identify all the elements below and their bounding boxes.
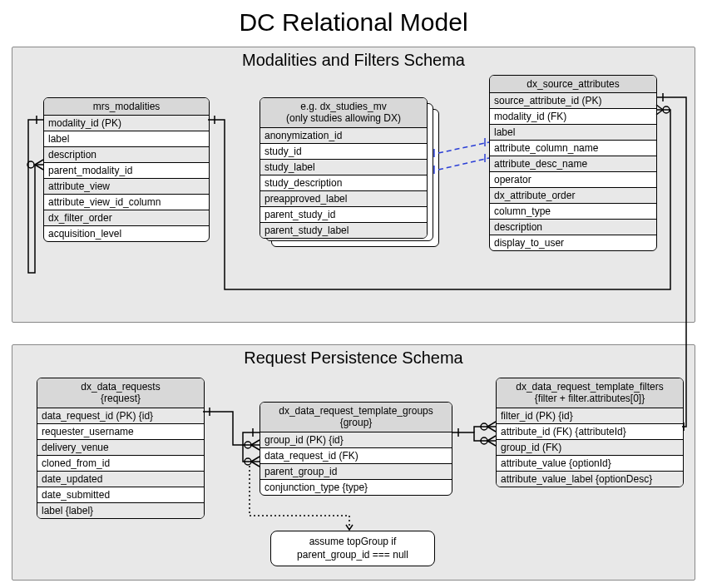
entity-row: study_label	[260, 160, 427, 175]
entity-row: study_id	[260, 144, 427, 160]
entity-row: acquisition_level	[44, 226, 209, 241]
entity-header: dx_data_requests {request}	[37, 378, 204, 408]
entity-header-line2: {filter + filter.attributes[0]}	[535, 393, 645, 404]
entity-row: source_attribute_id (PK)	[490, 93, 656, 109]
entity-row: modality_id (FK)	[490, 109, 656, 125]
entity-row: attribute_value_label {optionDesc}	[497, 472, 683, 487]
schema-title-bottom: Request Persistence Schema	[12, 345, 695, 368]
entity-row: group_id (FK)	[497, 440, 683, 456]
entity-header: dx_data_request_template_filters {filter…	[497, 378, 683, 408]
entity-row: column_type	[490, 204, 656, 220]
entity-row: parent_study_label	[260, 223, 427, 238]
entity-header: mrs_modalities	[44, 98, 209, 116]
entity-header-line1: dx_data_request_template_filters	[516, 381, 663, 393]
entity-header-line1: dx_data_request_template_groups	[279, 405, 433, 417]
entity-dx-source-attributes: dx_source_attributes source_attribute_id…	[489, 75, 657, 251]
entity-row: date_updated	[37, 472, 204, 487]
diagram-title: DC Relational Model	[0, 0, 707, 42]
entity-row: group_id (PK) {id}	[260, 432, 452, 448]
entity-row: description	[44, 147, 209, 163]
entity-row: attribute_id (FK) {attributeId}	[497, 424, 683, 440]
entity-row: cloned_from_id	[37, 456, 204, 472]
note-line1: assume topGroup if	[309, 536, 397, 547]
entity-row: filter_id (PK) {id}	[497, 408, 683, 424]
entity-row: parent_study_id	[260, 207, 427, 223]
entity-header-line1: dx_data_requests	[81, 381, 160, 393]
entity-header: e.g. dx_studies_mv (only studies allowin…	[260, 98, 427, 128]
entity-row: display_to_user	[490, 235, 656, 250]
entity-mrs-modalities: mrs_modalities modality_id (PK) label de…	[43, 97, 210, 242]
entity-row: date_submitted	[37, 487, 204, 503]
entity-header-line2: (only studies allowing DX)	[286, 112, 401, 124]
entity-row: operator	[490, 172, 656, 188]
entity-row: attribute_view	[44, 179, 209, 195]
entity-row: label	[490, 125, 656, 141]
entity-header: dx_source_attributes	[490, 76, 656, 93]
entity-dx-studies-mv: e.g. dx_studies_mv (only studies allowin…	[260, 97, 428, 239]
entity-row: label	[44, 131, 209, 147]
entity-row: dx_filter_order	[44, 210, 209, 226]
entity-header-line2: {request}	[101, 393, 141, 404]
entity-row: modality_id (PK)	[44, 116, 209, 131]
entity-dx-data-request-template-groups: dx_data_request_template_groups {group} …	[260, 402, 452, 496]
entity-row: attribute_value {optionId}	[497, 456, 683, 472]
entity-row: requester_username	[37, 424, 204, 440]
entity-row: preapproved_label	[260, 191, 427, 207]
entity-row: study_description	[260, 175, 427, 191]
entity-row: dx_attribute_order	[490, 188, 656, 204]
entity-row: attribute_desc_name	[490, 156, 656, 172]
entity-dx-data-requests: dx_data_requests {request} data_request_…	[37, 378, 205, 519]
entity-row: data_request_id (PK) {id}	[37, 408, 204, 424]
entity-row: anonymization_id	[260, 128, 427, 144]
note-line2: parent_group_id === null	[297, 549, 408, 561]
entity-row: data_request_id (FK)	[260, 448, 452, 464]
entity-row: label {label}	[37, 503, 204, 518]
entity-dx-data-request-template-filters: dx_data_request_template_filters {filter…	[496, 378, 684, 487]
entity-row: attribute_column_name	[490, 141, 656, 156]
entity-row: delivery_venue	[37, 440, 204, 456]
entity-header: dx_data_request_template_groups {group}	[260, 403, 452, 432]
schema-title-top: Modalities and Filters Schema	[12, 47, 695, 70]
entity-row: parent_modality_id	[44, 163, 209, 179]
entity-row: attribute_view_id_column	[44, 195, 209, 210]
entity-row: description	[490, 220, 656, 235]
entity-header-line1: e.g. dx_studies_mv	[300, 101, 386, 112]
note-topgroup: assume topGroup if parent_group_id === n…	[270, 531, 435, 566]
entity-header-line2: {group}	[340, 417, 373, 428]
entity-row: parent_group_id	[260, 464, 452, 480]
entity-row: conjunction_type {type}	[260, 480, 452, 495]
